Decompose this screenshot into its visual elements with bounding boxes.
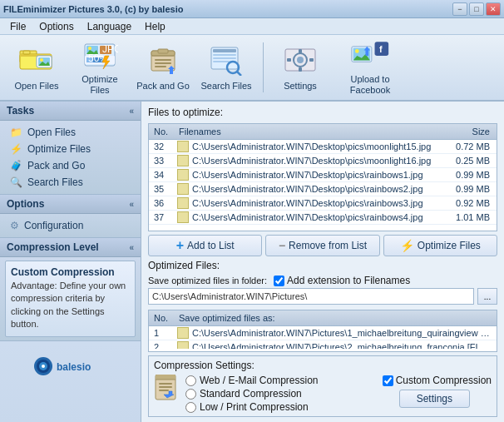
compression-collapse-icon[interactable]: «	[129, 243, 134, 252]
row-no: 34	[152, 169, 177, 181]
minimize-button[interactable]: −	[452, 2, 467, 16]
toolbar-separator	[263, 42, 264, 92]
files-table: No. Filenames Size 32 C:\Users\Administr…	[148, 123, 497, 231]
table-row[interactable]: 36 C:\Users\Administrator.WIN7\Desktop\p…	[149, 196, 497, 211]
table-row[interactable]: 35 C:\Users\Administrator.WIN7\Desktop\p…	[149, 182, 497, 196]
add-extension-checkbox-label: Add extension to Filenames	[274, 275, 410, 286]
menu-help[interactable]: Help	[138, 19, 172, 34]
out-file-icon	[177, 327, 189, 339]
web-compression-option[interactable]: Web / E-Mail Compression	[185, 375, 319, 386]
tasks-collapse-icon[interactable]: «	[129, 107, 134, 116]
col-size-header: Size	[443, 126, 493, 137]
svg-point-36	[297, 57, 304, 63]
close-button[interactable]: ✕	[486, 2, 501, 16]
sidebar-item-open-files[interactable]: 📁 Open Files	[0, 124, 141, 141]
title-bar: FILEminimizer Pictures 3.0, (c) by bales…	[0, 0, 504, 18]
table-row[interactable]: 37 C:\Users\Administrator.WIN7\Desktop\p…	[149, 211, 497, 225]
compression-left: Web / E-Mail Compression Standard Compre…	[154, 375, 376, 413]
menu-options[interactable]: Options	[32, 19, 80, 34]
file-icon	[177, 141, 189, 152]
add-to-list-button[interactable]: + Add to List	[148, 235, 262, 256]
search-files-button[interactable]: Search Files	[196, 37, 256, 97]
svg-point-10	[88, 47, 91, 50]
col-filename-header: Filenames	[177, 126, 443, 137]
browse-button[interactable]: ...	[477, 288, 497, 305]
compression-level-header: Compression Level «	[0, 238, 141, 257]
output-table-body[interactable]: 1 C:\Users\Administrator.WIN7\Pictures\1…	[149, 326, 497, 349]
out-row-no: 1	[152, 327, 177, 339]
output-row[interactable]: 2 C:\Users\Administrator.WIN7\Pictures\2…	[149, 340, 497, 349]
open-files-label: Open Files	[14, 81, 58, 92]
tasks-section: Tasks « 📁 Open Files ⚡ Optimize Files 🧳 …	[0, 102, 141, 195]
compression-settings-button[interactable]: Settings	[399, 390, 470, 408]
optimize-files-button[interactable]: JPG 50% Optimize Files	[70, 37, 130, 97]
settings-button[interactable]: Settings	[270, 37, 330, 97]
menu-language[interactable]: Language	[81, 19, 138, 34]
output-row[interactable]: 1 C:\Users\Administrator.WIN7\Pictures\1…	[149, 326, 497, 340]
file-icon	[177, 197, 189, 209]
folder-row: ...	[148, 288, 497, 305]
files-table-header: No. Filenames Size	[149, 124, 497, 140]
svg-rect-37	[299, 49, 302, 53]
action-buttons: + Add to List − Remove from List ⚡ Optim…	[148, 235, 497, 256]
file-icon	[177, 169, 189, 181]
lightning-icon: ⚡	[10, 143, 22, 155]
svg-point-6	[40, 58, 43, 62]
out-row-filename: C:\Users\Administrator.WIN7\Pictures\1_m…	[190, 327, 493, 339]
radio-options: Web / E-Mail Compression Standard Compre…	[185, 375, 319, 413]
standard-compression-option[interactable]: Standard Compression	[185, 388, 319, 400]
row-size: 1.01 MB	[443, 211, 493, 223]
row-no: 37	[152, 211, 177, 223]
files-table-body[interactable]: 32 C:\Users\Administrator.WIN7\Desktop\p…	[149, 140, 497, 228]
sidebar-item-optimize-files[interactable]: ⚡ Optimize Files	[0, 141, 141, 157]
row-filename: C:\Users\Administrator.WIN7\Desktop\pics…	[190, 169, 443, 181]
table-row[interactable]: 33 C:\Users\Administrator.WIN7\Desktop\p…	[149, 154, 497, 168]
compression-options: Web / E-Mail Compression Standard Compre…	[154, 375, 492, 413]
upload-facebook-button[interactable]: f Upload to Facebook	[334, 37, 407, 97]
options-collapse-icon[interactable]: «	[129, 200, 134, 209]
open-files-button[interactable]: Open Files	[7, 37, 67, 97]
optimized-files-label: Optimized Files:	[148, 260, 220, 271]
table-row[interactable]: 34 C:\Users\Administrator.WIN7\Desktop\p…	[149, 168, 497, 182]
low-compression-radio[interactable]	[185, 402, 196, 413]
optimize-files-icon: JPG 50%	[80, 39, 120, 71]
svg-rect-30	[213, 57, 236, 59]
svg-rect-24	[155, 62, 171, 64]
row-no: 32	[152, 141, 177, 152]
menu-file[interactable]: File	[3, 19, 32, 34]
add-extension-checkbox[interactable]	[274, 276, 284, 286]
compression-icon-area	[154, 375, 179, 407]
web-compression-radio[interactable]	[185, 375, 196, 386]
settings-label: Settings	[284, 81, 317, 92]
custom-compression-checkbox[interactable]	[383, 375, 393, 386]
sidebar-item-pack-and-go[interactable]: 🧳 Pack and Go	[0, 157, 141, 174]
sidebar-item-configuration[interactable]: ⚙ Configuration	[0, 217, 141, 234]
sidebar: Tasks « 📁 Open Files ⚡ Optimize Files 🧳 …	[0, 102, 141, 422]
pack-and-go-icon	[143, 42, 183, 77]
low-compression-option[interactable]: Low / Print Compression	[185, 401, 319, 413]
upload-facebook-label: Upload to Facebook	[337, 74, 403, 96]
out-row-no: 2	[152, 341, 177, 349]
row-no: 35	[152, 183, 177, 195]
remove-icon: −	[279, 239, 285, 252]
pack-and-go-label: Pack and Go	[136, 81, 190, 92]
standard-compression-radio[interactable]	[185, 389, 196, 400]
maximize-button[interactable]: □	[469, 2, 484, 16]
save-folder-input[interactable]	[148, 288, 474, 305]
row-filename: C:\Users\Administrator.WIN7\Desktop\pics…	[190, 211, 443, 223]
file-icon	[177, 183, 189, 195]
menu-bar: File Options Language Help	[0, 18, 504, 35]
optimize-icon: ⚡	[400, 239, 414, 252]
row-no: 33	[152, 155, 177, 166]
compression-level-description: Advantage: Define your own compression c…	[11, 280, 130, 331]
table-row[interactable]: 32 C:\Users\Administrator.WIN7\Desktop\p…	[149, 140, 497, 154]
optimize-files-action-button[interactable]: ⚡ Optimize Files	[383, 235, 497, 256]
svg-rect-3	[23, 51, 30, 54]
remove-from-list-button[interactable]: − Remove from List	[265, 235, 379, 256]
compression-level-section: Compression Level « Custom Compression A…	[0, 238, 141, 341]
sidebar-item-search-files[interactable]: 🔍 Search Files	[0, 174, 141, 191]
pack-and-go-button[interactable]: Pack and Go	[133, 37, 193, 97]
svg-rect-56	[159, 383, 172, 385]
search-files-label: Search Files	[200, 81, 251, 92]
output-col-no: No.	[152, 312, 177, 324]
